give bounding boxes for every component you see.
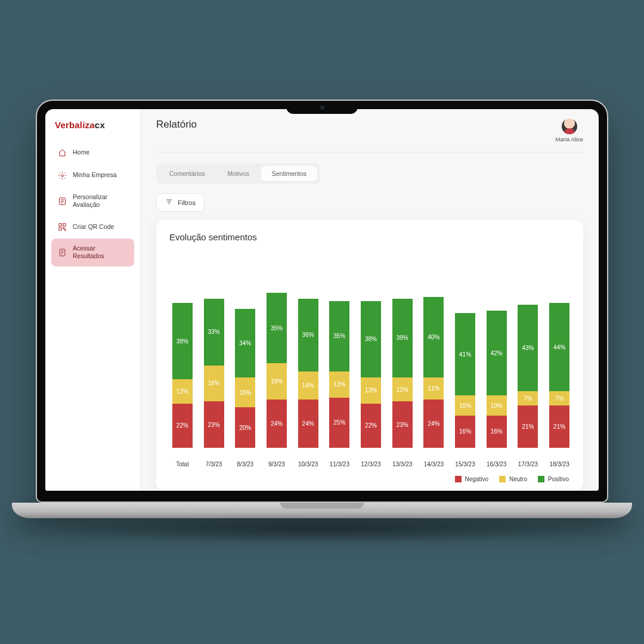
chart-column: 16%10%41%15/3/23: [453, 313, 477, 467]
bar-segment-neu: 10%: [487, 395, 507, 416]
bar-stack: 16%10%41%: [455, 313, 475, 448]
sidebar-item-label: Personalizar Avaliação: [73, 193, 128, 209]
chart-title: Evolução sentimentos: [169, 232, 572, 242]
chart-column: 20%15%34%8/3/23: [233, 309, 257, 467]
x-axis-label: 9/3/23: [268, 461, 285, 467]
bar-segment-pos: 40%: [423, 297, 444, 377]
bar-segment-neu: 15%: [235, 377, 255, 408]
chart-legend: Negativo Neutro Positivo: [169, 467, 572, 482]
bar-segment-neu: 7%: [549, 391, 569, 405]
sidebar: Verbalizacx Home Minha Empresa: [45, 109, 141, 491]
x-axis-label: 8/3/23: [237, 461, 253, 467]
bar-segment-pos: 35%: [267, 293, 287, 363]
laptop-base: [12, 503, 632, 518]
brand-suffix: cx: [95, 120, 105, 130]
bar-segment-neu: 10%: [455, 395, 475, 416]
bar-segment-neu: 13%: [361, 377, 381, 404]
bar-segment-neg: 24%: [267, 400, 287, 448]
svg-rect-2: [58, 224, 61, 226]
bar-segment-neg: 22%: [361, 404, 381, 448]
bar-segment-pos: 38%: [172, 303, 193, 379]
bar-stack: 23%12%39%: [392, 299, 413, 448]
bar-segment-neu: 18%: [267, 363, 287, 400]
x-axis-label: 13/3/23: [392, 461, 412, 467]
filter-icon: [165, 198, 173, 207]
chart-column: 24%14%36%10/3/23: [296, 299, 320, 467]
page-title: Relatório: [156, 119, 197, 131]
bar-segment-neu: 12%: [392, 377, 413, 402]
bar-segment-neg: 23%: [392, 401, 413, 448]
x-axis-label: 7/3/23: [206, 461, 222, 467]
chart-column: 22%12%38%Total: [171, 303, 194, 467]
bar-stack: 22%13%38%: [361, 301, 381, 448]
brand-name: Verbaliza: [55, 120, 95, 130]
tab-sentimentos[interactable]: Sentimentos: [261, 166, 317, 181]
user-menu[interactable]: Maria Alice: [556, 119, 583, 143]
bar-segment-neu: 11%: [423, 377, 444, 400]
screen-bezel: Verbalizacx Home Minha Empresa: [36, 100, 608, 503]
x-axis-label: 14/3/23: [424, 461, 444, 467]
x-axis-label: 12/3/23: [361, 461, 380, 467]
sidebar-item-minha-empresa[interactable]: Minha Empresa: [51, 165, 134, 186]
legend-positivo: Positivo: [538, 476, 569, 482]
x-axis-label: 18/3/23: [549, 461, 569, 467]
sidebar-item-personalizar[interactable]: Personalizar Avaliação: [51, 187, 134, 215]
bar-segment-neg: 16%: [487, 416, 507, 448]
sidebar-item-home[interactable]: Home: [51, 142, 134, 163]
x-axis-label: 11/3/23: [330, 461, 349, 467]
bar-segment-pos: 36%: [298, 299, 318, 371]
svg-point-0: [61, 174, 63, 177]
bar-stack: 23%18%33%: [204, 299, 224, 448]
chart-column: 21%7%43%17/3/23: [516, 305, 540, 467]
sidebar-item-label: Home: [73, 148, 89, 156]
bar-segment-neg: 24%: [298, 400, 318, 448]
chart-column: 21%7%44%18/3/23: [547, 303, 571, 467]
bar-segment-pos: 42%: [487, 311, 507, 395]
bar-segment-neu: 12%: [172, 379, 193, 404]
bar-segment-neg: 21%: [518, 405, 538, 448]
chart-column: 22%13%38%12/3/23: [359, 301, 383, 467]
qr-icon: [57, 222, 67, 231]
bar-segment-neg: 24%: [423, 400, 444, 448]
svg-rect-4: [58, 228, 61, 230]
x-axis-label: 17/3/23: [518, 461, 538, 467]
sidebar-item-label: Acessar Resultados: [73, 244, 128, 260]
bar-stack: 21%7%43%: [518, 305, 538, 448]
chart-column: 24%11%40%14/3/23: [422, 297, 446, 467]
tabs: Comentários Motivos Sentimentos: [156, 163, 320, 184]
swatch-neg: [455, 476, 462, 482]
bar-segment-neg: 23%: [204, 401, 224, 448]
chart-column: 23%12%39%13/3/23: [391, 299, 414, 467]
x-axis-label: 10/3/23: [298, 461, 318, 467]
sidebar-item-resultados[interactable]: Acessar Resultados: [51, 239, 134, 266]
swatch-pos: [538, 476, 544, 482]
camera-notch: [286, 101, 358, 114]
gear-icon: [57, 171, 67, 180]
chart-column: 25%13%35%11/3/23: [327, 301, 351, 467]
bar-segment-pos: 43%: [518, 305, 538, 391]
filters-button[interactable]: Filtros: [156, 193, 205, 212]
bar-stack: 22%12%38%: [172, 303, 193, 448]
filters-label: Filtros: [178, 199, 196, 206]
tab-motivos[interactable]: Motivos: [217, 166, 260, 181]
tab-comentarios[interactable]: Comentários: [159, 166, 216, 181]
bar-stack: 16%10%42%: [487, 311, 507, 448]
bar-segment-pos: 38%: [361, 301, 381, 377]
laptop-mockup: Verbalizacx Home Minha Empresa: [36, 100, 608, 544]
report-icon: [57, 247, 67, 257]
bar-segment-neg: 16%: [455, 416, 475, 448]
bar-segment-pos: 35%: [329, 301, 349, 371]
bar-stack: 24%14%36%: [298, 299, 318, 448]
bar-segment-pos: 39%: [392, 299, 413, 377]
app-screen: Verbalizacx Home Minha Empresa: [45, 109, 599, 491]
sidebar-item-qr[interactable]: Criar QR Code: [51, 216, 134, 237]
bar-segment-neu: 7%: [518, 391, 538, 405]
bar-segment-pos: 34%: [235, 309, 255, 377]
form-icon: [57, 196, 67, 206]
chart-card: Evolução sentimentos 22%12%38%Total23%18…: [156, 220, 583, 491]
sidebar-nav: Home Minha Empresa Personalizar Avaliaçã…: [45, 142, 140, 267]
svg-rect-3: [63, 224, 65, 226]
x-axis-label: 16/3/23: [487, 461, 506, 467]
sidebar-item-label: Minha Empresa: [73, 171, 117, 179]
user-name: Maria Alice: [556, 136, 583, 143]
